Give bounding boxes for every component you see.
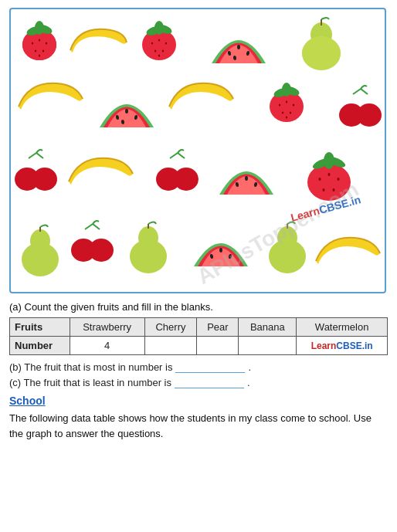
svg-point-6 bbox=[42, 50, 44, 53]
svg-point-5 bbox=[35, 50, 36, 53]
section-a-label: (a) Count the given fruits and fill in t… bbox=[9, 301, 388, 313]
table-cell-strawberry: 4 bbox=[70, 337, 144, 355]
svg-point-14 bbox=[165, 42, 167, 45]
svg-point-59 bbox=[319, 178, 321, 181]
svg-point-37 bbox=[282, 112, 283, 114]
section-b-suffix: . bbox=[248, 361, 251, 373]
svg-line-44 bbox=[361, 89, 368, 94]
svg-point-60 bbox=[328, 173, 331, 176]
school-description: The following data table shows how the s… bbox=[9, 411, 388, 441]
svg-point-4 bbox=[46, 42, 47, 45]
watermelon-1 bbox=[208, 13, 270, 72]
svg-point-36 bbox=[293, 104, 294, 107]
svg-line-51 bbox=[170, 153, 178, 158]
table-header-pear: Pear bbox=[197, 318, 239, 337]
watermelon-2 bbox=[96, 77, 158, 136]
section-c-row: (c) The fruit that is least in number is… bbox=[9, 377, 388, 388]
svg-line-71 bbox=[93, 224, 100, 229]
svg-point-22 bbox=[237, 45, 240, 49]
svg-point-39 bbox=[286, 117, 287, 119]
banana-5 bbox=[312, 232, 382, 271]
svg-point-15 bbox=[154, 50, 156, 53]
svg-point-61 bbox=[338, 178, 340, 181]
table-row-number-label: Number bbox=[10, 337, 70, 355]
banana-2 bbox=[15, 77, 84, 117]
svg-point-66 bbox=[324, 152, 334, 169]
banana-4 bbox=[65, 152, 134, 191]
svg-point-38 bbox=[290, 112, 291, 114]
table-cell-watermelon: LearnCBSE.in bbox=[297, 337, 388, 355]
fruit-illustration-box: LearnCBSE.in APlusTopper.com bbox=[9, 8, 386, 293]
svg-line-70 bbox=[85, 224, 93, 229]
banana-3 bbox=[165, 77, 235, 117]
table-cell-cherry bbox=[144, 337, 197, 355]
table-cell-pear bbox=[197, 337, 239, 355]
svg-point-35 bbox=[286, 101, 287, 103]
svg-point-17 bbox=[158, 55, 160, 57]
section-c-suffix: . bbox=[247, 377, 250, 388]
watermelon-3 bbox=[215, 144, 277, 203]
svg-point-73 bbox=[89, 239, 114, 262]
strawberry-1 bbox=[19, 15, 61, 66]
svg-point-68 bbox=[30, 229, 50, 252]
table-header-strawberry: Strawberry bbox=[70, 318, 144, 337]
svg-point-46 bbox=[357, 103, 382, 127]
cherry-4 bbox=[71, 218, 114, 269]
svg-point-3 bbox=[39, 39, 40, 42]
svg-point-2 bbox=[32, 42, 33, 45]
svg-point-7 bbox=[39, 55, 40, 57]
svg-line-47 bbox=[29, 153, 36, 158]
school-link[interactable]: School bbox=[9, 395, 388, 407]
strawberry-2 bbox=[138, 15, 181, 66]
svg-point-12 bbox=[151, 42, 153, 45]
svg-point-56 bbox=[245, 176, 248, 181]
cherry-3 bbox=[156, 147, 198, 198]
table-header-fruits: Fruits bbox=[10, 318, 70, 337]
svg-point-10 bbox=[35, 21, 44, 35]
section-b-row: (b) The fruit that is most in number is … bbox=[9, 361, 388, 373]
cherry-2 bbox=[15, 147, 57, 198]
section-c-prefix: (c) The fruit that is least in number is bbox=[9, 377, 171, 388]
learn-cbse-badge: LearnCBSE.in bbox=[311, 341, 373, 351]
strawberry-3 bbox=[266, 77, 308, 128]
svg-point-16 bbox=[162, 50, 164, 53]
banana-1 bbox=[66, 23, 128, 63]
fruits-table: Fruits Strawberry Cherry Pear Banana Wat… bbox=[9, 317, 388, 355]
svg-point-42 bbox=[282, 83, 291, 97]
svg-point-75 bbox=[138, 226, 158, 249]
svg-line-48 bbox=[36, 153, 43, 158]
pear-2 bbox=[17, 219, 63, 282]
svg-point-13 bbox=[158, 39, 160, 42]
section-b-blank bbox=[175, 362, 245, 373]
table-header-watermelon: Watermelon bbox=[297, 318, 388, 337]
svg-line-52 bbox=[178, 153, 185, 158]
svg-point-50 bbox=[32, 168, 57, 191]
svg-line-43 bbox=[353, 89, 361, 94]
svg-point-30 bbox=[125, 109, 128, 114]
cherry-1 bbox=[339, 83, 382, 134]
pear-1 bbox=[297, 13, 347, 76]
table-cell-banana bbox=[239, 337, 297, 355]
section-c-blank bbox=[175, 378, 244, 388]
section-b-prefix: (b) The fruit that is most in number is bbox=[9, 361, 172, 373]
table-header-cherry: Cherry bbox=[144, 318, 197, 337]
svg-point-54 bbox=[174, 168, 198, 191]
table-header-banana: Banana bbox=[239, 318, 297, 337]
svg-point-34 bbox=[279, 104, 280, 107]
svg-point-27 bbox=[302, 36, 341, 70]
svg-point-20 bbox=[154, 21, 164, 35]
pear-3 bbox=[125, 216, 171, 279]
